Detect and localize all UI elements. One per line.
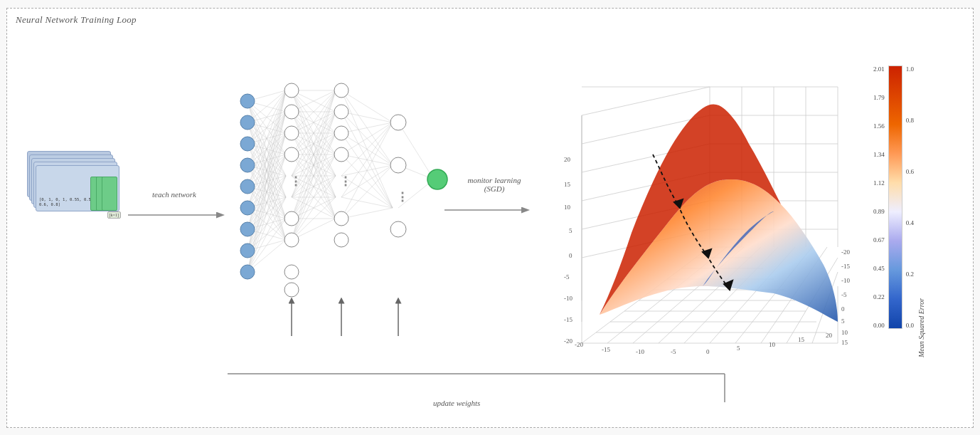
svg-point-157	[240, 201, 255, 215]
svg-text:10: 10	[564, 204, 571, 211]
svg-point-172	[334, 126, 348, 140]
svg-point-173	[334, 147, 348, 162]
colorbar-val-201: 2.01	[873, 65, 885, 73]
svg-line-131	[341, 112, 393, 122]
svg-point-167	[284, 233, 299, 247]
teach-network-label: teach network	[146, 190, 203, 199]
colorbar-gradient	[888, 65, 902, 329]
svg-line-148	[341, 208, 393, 219]
svg-text:⋮: ⋮	[340, 175, 351, 187]
svg-point-162	[284, 105, 299, 119]
svg-text:-10: -10	[636, 348, 644, 355]
svg-text:-5: -5	[671, 348, 676, 355]
scale-val-1: 1.0	[906, 65, 914, 73]
svg-point-161	[284, 83, 299, 98]
svg-text:⋮: ⋮	[397, 191, 408, 203]
svg-point-178	[390, 157, 406, 173]
svg-text:-5: -5	[564, 273, 570, 281]
svg-text:10: 10	[841, 329, 848, 336]
svg-text:0: 0	[706, 348, 710, 355]
colorbar-val-022: 0.22	[873, 293, 885, 300]
monitor-arrow-svg	[441, 199, 533, 221]
svg-text:15: 15	[841, 339, 848, 346]
svg-point-171	[334, 105, 348, 119]
scale-val-0: 0.0	[906, 322, 914, 329]
svg-text:15: 15	[798, 336, 805, 343]
svg-line-128	[341, 90, 393, 122]
colorbar-tick-labels: 2.01 1.79 1.56 1.34 1.12 0.89 0.67 0.45 …	[873, 65, 885, 329]
svg-text:5: 5	[569, 227, 572, 234]
svg-point-159	[240, 243, 255, 258]
page-title: Neural Network Training Loop	[16, 14, 137, 26]
loss-surface-area: -20 -15 -10 -5 0 5 10 15 20 -20 -15 -10 …	[560, 44, 859, 386]
colorbar-val-000: 0.00	[873, 322, 885, 329]
colorbar-area: 2.01 1.79 1.56 1.34 1.12 0.89 0.67 0.45 …	[873, 51, 959, 357]
svg-line-145	[341, 197, 393, 208]
svg-point-152	[240, 94, 255, 108]
svg-text:-10: -10	[841, 277, 850, 284]
scale-val-02: 0.2	[906, 271, 914, 278]
main-container: Neural Network Training Loop [0, 1, 0, 1…	[6, 8, 974, 428]
green-card-3	[102, 177, 117, 211]
svg-text:-15: -15	[841, 263, 850, 270]
colorbar-val-089: 0.89	[873, 208, 885, 215]
colorbar-val-045: 0.45	[873, 265, 885, 272]
svg-text:10: 10	[769, 341, 776, 348]
svg-point-176	[334, 233, 348, 247]
svg-point-177	[390, 115, 406, 130]
colorbar-val-179: 1.79	[873, 94, 885, 101]
colorbar-title: Mean Squared Error	[917, 65, 925, 357]
svg-line-134	[341, 122, 393, 133]
svg-text:⋮: ⋮	[290, 175, 302, 187]
scale-val-06: 0.6	[906, 168, 914, 175]
svg-line-147	[341, 165, 393, 219]
svg-text:-20: -20	[841, 248, 850, 256]
data-card-5: [0, 1, 0, 1, 0.55, 0.56, 0, 1, 0.6, 0.8]	[36, 165, 119, 211]
svg-text:-5: -5	[841, 291, 847, 298]
svg-text:0: 0	[841, 305, 845, 313]
svg-point-181	[427, 169, 447, 189]
svg-point-153	[240, 115, 255, 130]
svg-point-163	[284, 126, 299, 140]
scale-val-04: 0.4	[906, 219, 914, 226]
svg-text:5: 5	[841, 318, 845, 325]
teach-arrow-svg	[124, 204, 228, 226]
svg-line-140	[341, 122, 393, 176]
svg-point-160	[240, 265, 255, 279]
colorbar-val-156: 1.56	[873, 122, 885, 130]
svg-text:-20: -20	[575, 341, 583, 348]
sgd-label: (SGD)	[484, 184, 505, 193]
colorbar-val-134: 1.34	[873, 151, 885, 158]
svg-point-155	[240, 158, 255, 172]
svg-point-164	[284, 147, 299, 162]
data-stack: [0, 1, 0, 1, 0.55, 0.56, 0, 1, 0.6, 0.8]	[27, 151, 119, 219]
svg-point-170	[334, 83, 348, 98]
svg-point-154	[240, 137, 255, 151]
svg-text:0: 0	[569, 252, 572, 259]
svg-text:20: 20	[564, 156, 571, 163]
label-tag: [k=1]	[107, 211, 121, 219]
svg-point-169	[284, 283, 299, 297]
svg-point-166	[284, 211, 299, 226]
svg-text:5: 5	[737, 345, 740, 352]
svg-text:-20: -20	[564, 337, 572, 345]
svg-text:-15: -15	[602, 346, 610, 353]
svg-text:-10: -10	[564, 295, 572, 302]
svg-line-146	[341, 122, 393, 219]
loss-surface-svg: -20 -15 -10 -5 0 5 10 15 20 -20 -15 -10 …	[560, 44, 859, 386]
dataset-area: [0, 1, 0, 1, 0.55, 0.56, 0, 1, 0.6, 0.8]…	[27, 151, 119, 219]
svg-line-229	[582, 87, 710, 115]
svg-point-156	[240, 179, 255, 194]
svg-text:-15: -15	[564, 316, 572, 323]
svg-point-168	[284, 265, 299, 279]
svg-point-180	[390, 221, 406, 237]
svg-text:20: 20	[826, 332, 833, 339]
colorbar-val-112: 1.12	[873, 179, 885, 187]
svg-text:15: 15	[564, 181, 571, 188]
svg-point-158	[240, 222, 255, 236]
svg-line-137	[341, 122, 393, 154]
colorbar-scale-labels: 1.0 0.8 0.6 0.4 0.2 0.0	[906, 65, 914, 329]
colorbar-val-067: 0.67	[873, 236, 885, 243]
svg-point-175	[334, 211, 348, 226]
scale-val-08: 0.8	[906, 117, 914, 124]
